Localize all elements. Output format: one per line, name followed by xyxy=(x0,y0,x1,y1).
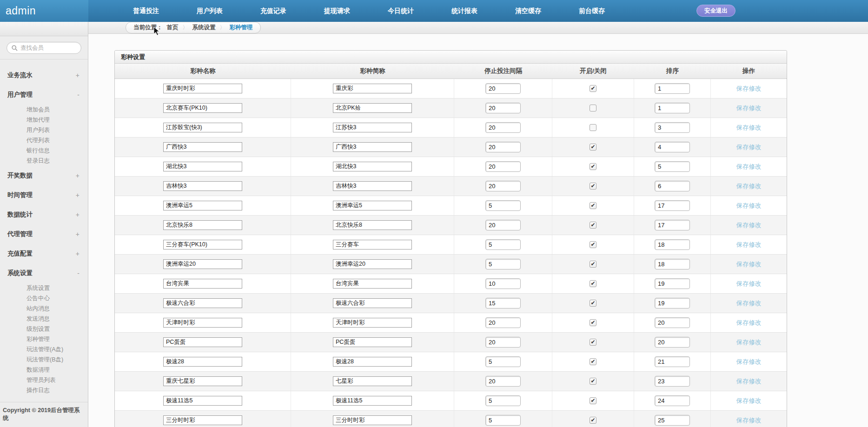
sidebar-item-7-8[interactable]: 数据清理 xyxy=(0,365,88,375)
sidebar-section-6[interactable]: 充值配置+ xyxy=(0,244,88,263)
sidebar-item-7-7[interactable]: 玩法管理(B盘) xyxy=(0,355,88,365)
enabled-checkbox[interactable]: ✔ xyxy=(590,105,596,112)
save-edit-link[interactable]: 保存修改 xyxy=(736,202,762,210)
sort-order-input[interactable] xyxy=(655,142,690,152)
sort-order-input[interactable] xyxy=(655,317,690,328)
lottery-short-name-input[interactable] xyxy=(333,357,412,367)
enabled-checkbox[interactable]: ✔ xyxy=(590,124,596,131)
save-edit-link[interactable]: 保存修改 xyxy=(736,299,762,308)
lottery-short-name-input[interactable] xyxy=(333,162,412,171)
sidebar-item-1-2[interactable]: 用户列表 xyxy=(0,125,88,135)
logout-button[interactable]: 安全退出 xyxy=(696,5,735,17)
save-edit-link[interactable]: 保存修改 xyxy=(736,221,762,230)
lottery-name-input[interactable] xyxy=(163,376,242,386)
enabled-checkbox[interactable]: ✔ xyxy=(590,144,596,151)
save-edit-link[interactable]: 保存修改 xyxy=(736,182,762,191)
sort-order-input[interactable] xyxy=(655,298,690,309)
stop-bet-interval-input[interactable] xyxy=(485,317,521,328)
stop-bet-interval-input[interactable] xyxy=(485,259,521,269)
lottery-short-name-input[interactable] xyxy=(333,318,412,328)
lottery-name-input[interactable] xyxy=(163,84,242,93)
expand-icon[interactable]: + xyxy=(76,172,80,179)
nav-item-0[interactable]: 普通投注 xyxy=(133,7,159,15)
lottery-short-name-input[interactable] xyxy=(333,279,412,289)
nav-item-3[interactable]: 提现请求 xyxy=(324,7,350,15)
nav-item-4[interactable]: 今日统计 xyxy=(388,7,414,15)
save-edit-link[interactable]: 保存修改 xyxy=(736,163,762,171)
sidebar-item-7-5[interactable]: 彩种管理 xyxy=(0,334,88,344)
sort-order-input[interactable] xyxy=(655,239,690,250)
lottery-name-input[interactable] xyxy=(163,142,242,152)
sidebar-item-7-10[interactable]: 操作日志 xyxy=(0,385,88,395)
sidebar-section-3[interactable]: 时间管理+ xyxy=(0,185,88,205)
sort-order-input[interactable] xyxy=(655,83,690,94)
enabled-checkbox[interactable]: ✔ xyxy=(590,202,596,209)
sidebar-item-1-3[interactable]: 代理列表 xyxy=(0,135,88,145)
save-edit-link[interactable]: 保存修改 xyxy=(736,319,762,327)
sort-order-input[interactable] xyxy=(655,103,690,113)
breadcrumb-item-1[interactable]: 系统设置 xyxy=(192,24,216,32)
sidebar-section-2[interactable]: 开奖数据+ xyxy=(0,166,88,185)
enabled-checkbox[interactable]: ✔ xyxy=(590,85,596,92)
enabled-checkbox[interactable]: ✔ xyxy=(590,397,596,404)
save-edit-link[interactable]: 保存修改 xyxy=(736,280,762,288)
stop-bet-interval-input[interactable] xyxy=(485,278,521,289)
enabled-checkbox[interactable]: ✔ xyxy=(590,339,596,346)
enabled-checkbox[interactable]: ✔ xyxy=(590,417,596,424)
lottery-name-input[interactable] xyxy=(163,318,242,328)
sidebar-item-7-9[interactable]: 管理员列表 xyxy=(0,375,88,385)
sidebar-item-7-3[interactable]: 发送消息 xyxy=(0,314,88,324)
stop-bet-interval-input[interactable] xyxy=(485,239,521,250)
expand-icon[interactable]: + xyxy=(76,230,80,238)
nav-item-1[interactable]: 用户列表 xyxy=(197,7,223,15)
stop-bet-interval-input[interactable] xyxy=(485,161,521,172)
sort-order-input[interactable] xyxy=(655,376,690,387)
lottery-name-input[interactable] xyxy=(163,415,242,425)
lottery-short-name-input[interactable] xyxy=(333,240,412,250)
breadcrumb-item-2[interactable]: 彩种管理 xyxy=(230,24,253,32)
sort-order-input[interactable] xyxy=(655,259,690,269)
lottery-short-name-input[interactable] xyxy=(333,201,412,210)
save-edit-link[interactable]: 保存修改 xyxy=(736,124,762,132)
stop-bet-interval-input[interactable] xyxy=(485,142,521,152)
search-input[interactable] xyxy=(20,45,76,51)
stop-bet-interval-input[interactable] xyxy=(485,103,521,113)
lottery-name-input[interactable] xyxy=(163,279,242,289)
breadcrumb-item-0[interactable]: 首页 xyxy=(167,24,179,32)
collapse-icon[interactable]: - xyxy=(77,91,80,99)
stop-bet-interval-input[interactable] xyxy=(485,415,521,426)
save-edit-link[interactable]: 保存修改 xyxy=(736,377,762,386)
save-edit-link[interactable]: 保存修改 xyxy=(736,397,762,405)
lottery-name-input[interactable] xyxy=(163,162,242,171)
sort-order-input[interactable] xyxy=(655,181,690,191)
save-edit-link[interactable]: 保存修改 xyxy=(736,241,762,249)
lottery-name-input[interactable] xyxy=(163,181,242,191)
sort-order-input[interactable] xyxy=(655,415,690,426)
lottery-name-input[interactable] xyxy=(163,357,242,367)
enabled-checkbox[interactable]: ✔ xyxy=(590,261,596,268)
expand-icon[interactable]: + xyxy=(76,191,80,199)
stop-bet-interval-input[interactable] xyxy=(485,200,521,211)
save-edit-link[interactable]: 保存修改 xyxy=(736,358,762,366)
lottery-short-name-input[interactable] xyxy=(333,181,412,191)
sort-order-input[interactable] xyxy=(655,122,690,133)
enabled-checkbox[interactable]: ✔ xyxy=(590,300,596,307)
sidebar-item-7-4[interactable]: 级别设置 xyxy=(0,324,88,334)
sidebar-item-1-4[interactable]: 银行信息 xyxy=(0,145,88,156)
collapse-icon[interactable]: - xyxy=(77,269,80,277)
nav-item-5[interactable]: 统计报表 xyxy=(451,7,477,15)
stop-bet-interval-input[interactable] xyxy=(485,298,521,309)
sort-order-input[interactable] xyxy=(655,337,690,348)
lottery-name-input[interactable] xyxy=(163,298,242,308)
save-edit-link[interactable]: 保存修改 xyxy=(736,416,762,425)
lottery-short-name-input[interactable] xyxy=(333,220,412,230)
nav-item-7[interactable]: 前台缓存 xyxy=(579,7,605,15)
sidebar-section-0[interactable]: 业务流水+ xyxy=(0,66,88,85)
lottery-name-input[interactable] xyxy=(163,201,242,210)
member-search-box[interactable] xyxy=(7,42,81,54)
lottery-name-input[interactable] xyxy=(163,396,242,406)
lottery-short-name-input[interactable] xyxy=(333,376,412,386)
enabled-checkbox[interactable]: ✔ xyxy=(590,222,596,229)
sidebar-item-7-6[interactable]: 玩法管理(A盘) xyxy=(0,344,88,355)
lottery-name-input[interactable] xyxy=(163,259,242,269)
